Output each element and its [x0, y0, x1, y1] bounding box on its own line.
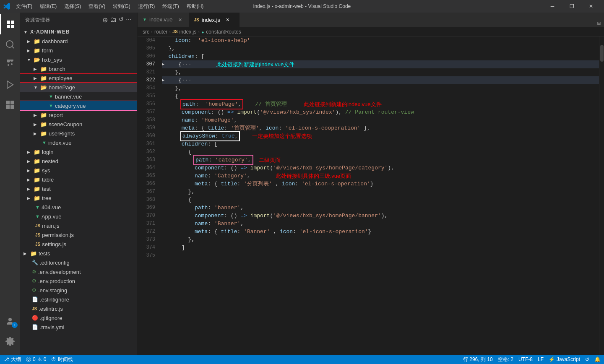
file-icon: 📄: [32, 296, 38, 302]
sidebar-item-nested[interactable]: ▶ 📁 nested: [20, 156, 137, 166]
sidebar-item-report[interactable]: ▶ 📁 report: [20, 110, 137, 120]
folder-open-icon: 📂: [34, 57, 40, 63]
breadcrumb-symbol[interactable]: constantRoutes: [206, 29, 241, 35]
sidebar-item-app-vue[interactable]: ▼ App.vue: [20, 212, 137, 221]
timeline-status[interactable]: ⏱ 时间线: [51, 356, 73, 363]
sidebar-item-dashboard[interactable]: ▶ 📁 dashboard: [20, 36, 137, 46]
sidebar-item-env-dev[interactable]: ⚙ .env.development: [20, 267, 137, 276]
new-folder-button[interactable]: 🗂: [110, 16, 117, 24]
sidebar-item-env-prod[interactable]: ⚙ .env.production: [20, 276, 137, 286]
activity-source-control[interactable]: [0, 55, 20, 75]
folder-icon: 📁: [34, 195, 40, 201]
code-content[interactable]: icon: 'el-icon-s-help' }, children: [ ▶ …: [159, 36, 599, 355]
chevron-right-icon: ▶: [27, 177, 34, 182]
menu-view[interactable]: 查看(V): [85, 2, 109, 11]
sidebar-item-main-js[interactable]: JS main.js: [20, 221, 137, 230]
root-label: X-ADMIN-WEB: [30, 29, 70, 35]
collapse-all-button[interactable]: ⋯: [126, 16, 132, 24]
editor-layout-button[interactable]: ⊞: [597, 20, 601, 27]
activity-settings[interactable]: [0, 331, 20, 351]
sidebar-item-label: .env.production: [38, 278, 75, 284]
activity-debug[interactable]: [0, 75, 20, 95]
sidebar-item-homePage[interactable]: ▼ 📂 homePage: [20, 83, 137, 92]
tab-label: index.vue: [149, 16, 173, 23]
tab-close-icon[interactable]: ×: [177, 16, 184, 23]
warning-count: 0: [44, 356, 47, 362]
sidebar-item-gitignore[interactable]: 🔴 .gitignore: [20, 313, 137, 322]
activity-search[interactable]: [0, 34, 20, 55]
sidebar-item-404-vue[interactable]: ▼ 404.vue: [20, 203, 137, 212]
code-editor: 304 305 306 307 321 322 354 355 356 357 …: [138, 36, 604, 355]
chevron-down-icon: ▼: [27, 57, 34, 62]
sidebar-item-branch[interactable]: ▶ 📁 branch: [20, 64, 137, 73]
tab-index-vue[interactable]: ▼ index.vue ×: [138, 13, 189, 27]
close-button[interactable]: ✕: [581, 0, 601, 13]
sidebar-item-tests[interactable]: ▶ 📁 tests: [20, 249, 137, 258]
warning-icon: ⚠: [37, 356, 42, 362]
sidebar-item-userRights[interactable]: ▶ 📁 userRights: [20, 129, 137, 138]
activity-explorer[interactable]: [0, 14, 20, 34]
sidebar-item-tree[interactable]: ▶ 📁 tree: [20, 193, 137, 203]
menu-terminal[interactable]: 终端(T): [159, 2, 182, 11]
sidebar-item-sceneCoupon[interactable]: ▶ 📁 sceneCoupon: [20, 120, 137, 129]
indentation[interactable]: 空格: 2: [498, 356, 513, 363]
sidebar-item-eslintrc[interactable]: JS .eslintrc.js: [20, 304, 137, 313]
sidebar-item-hxb_sys[interactable]: ▼ 📂 hxb_sys: [20, 55, 137, 64]
menu-goto[interactable]: 转到(G): [109, 2, 133, 11]
sidebar-item-category-vue[interactable]: ▼ category.vue: [20, 101, 137, 110]
sidebar-item-sys[interactable]: ▶ 📁 sys: [20, 166, 137, 175]
menu-run[interactable]: 运行(R): [135, 2, 159, 11]
menu-edit[interactable]: 编辑(E): [36, 2, 60, 11]
cursor-position[interactable]: 行 296, 列 10: [463, 356, 493, 363]
sidebar-item-index-vue[interactable]: ▼ index.vue: [20, 138, 137, 147]
sidebar-item-label: main.js: [42, 223, 59, 229]
breadcrumb-src[interactable]: src: [143, 29, 149, 35]
sidebar-item-test[interactable]: ▶ 📁 test: [20, 184, 137, 193]
minimize-button[interactable]: ─: [543, 0, 562, 13]
menu-file[interactable]: 文件(F): [13, 2, 36, 11]
titlebar: 文件(F) 编辑(E) 选择(S) 查看(V) 转到(G) 运行(R) 终端(T…: [0, 0, 604, 13]
code-line-307: ▶ {··· 此处链接到新建的index.vue文件: [162, 60, 599, 68]
tab-index-js[interactable]: JS index.js ×: [189, 13, 240, 27]
sidebar-item-settings-js[interactable]: JS settings.js: [20, 239, 137, 249]
sidebar-item-login[interactable]: ▶ 📁 login: [20, 147, 137, 156]
vertical-scrollbar[interactable]: [599, 36, 604, 355]
activity-account[interactable]: 1: [0, 311, 20, 331]
sidebar-item-table[interactable]: ▶ 📁 table: [20, 175, 137, 184]
activity-extensions[interactable]: [0, 95, 20, 115]
file-icon: 📄: [32, 324, 38, 330]
sidebar-item-editorconfig[interactable]: 🔧 .editorconfig: [20, 258, 137, 267]
code-line-367: },: [162, 188, 599, 196]
sidebar-item-permission-js[interactable]: JS permission.js: [20, 230, 137, 239]
language-mode[interactable]: ⚡ JavaScript: [549, 356, 580, 362]
tree-root[interactable]: ▼ X-ADMIN-WEB: [20, 27, 137, 36]
sidebar-item-label: settings.js: [42, 241, 66, 247]
line-ending[interactable]: LF: [538, 356, 544, 362]
encoding[interactable]: UTF-8: [518, 356, 533, 362]
sidebar-item-travis[interactable]: 📄 .travis.yml: [20, 322, 137, 332]
breadcrumb-file[interactable]: index.js: [180, 29, 197, 35]
breadcrumb-router[interactable]: router: [154, 29, 167, 35]
sidebar-item-env-staging[interactable]: ⚙ .env.staging: [20, 286, 137, 295]
menu-select[interactable]: 选择(S): [61, 2, 84, 11]
sidebar-item-banner-vue[interactable]: ▼ banner.vue: [20, 92, 137, 101]
errors-status[interactable]: ⓪ 0 ⚠ 0: [26, 356, 46, 363]
new-file-button[interactable]: ⊕: [102, 16, 108, 24]
sidebar-item-eslintignore[interactable]: 📄 .eslintignore: [20, 295, 137, 304]
sync-status[interactable]: ↺: [585, 356, 589, 362]
js-tab-icon: JS: [194, 18, 199, 22]
refresh-button[interactable]: ↺: [119, 16, 124, 24]
code-line-357: component: () => import('@/views/hxb_sys…: [162, 108, 599, 116]
tab-close-icon[interactable]: ×: [224, 16, 231, 23]
sidebar-item-employee[interactable]: ▶ 📁 employee: [20, 73, 137, 83]
folder-icon: 📁: [40, 75, 47, 81]
git-branch-status[interactable]: ⎇ 大纲: [3, 356, 21, 363]
folder-icon: 📁: [34, 149, 40, 155]
line-numbers: 304 305 306 307 321 322 354 355 356 357 …: [138, 36, 159, 355]
code-line-361: children: [: [162, 140, 599, 148]
notifications-button[interactable]: 🔔: [594, 356, 601, 362]
menu-help[interactable]: 帮助(H): [183, 2, 207, 11]
maximize-button[interactable]: ❐: [562, 0, 581, 13]
sidebar-item-form[interactable]: ▶ 📁 form: [20, 46, 137, 55]
svg-point-0: [6, 41, 13, 47]
